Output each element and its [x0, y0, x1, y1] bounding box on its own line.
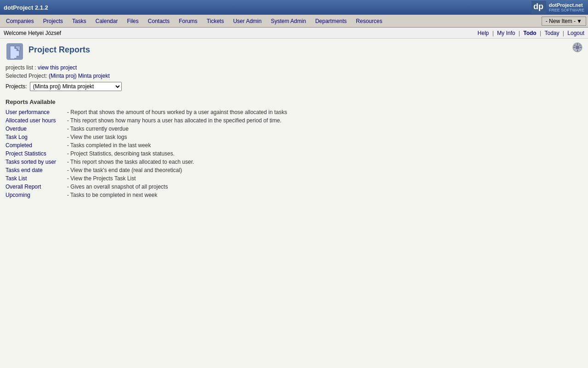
- report-link-task-log[interactable]: Task Log: [6, 134, 65, 140]
- report-desc-upcoming: - Tasks to be completed in next week: [65, 192, 158, 198]
- project-select[interactable]: (Minta proj) Minta projekt: [30, 82, 122, 91]
- projects-label: Projects:: [6, 83, 27, 90]
- report-row-overdue: Overdue - Tasks currently overdue: [6, 126, 582, 132]
- report-link-upcoming[interactable]: Upcoming: [6, 192, 65, 198]
- welcome-bar: Welcome Hetyei József Help | My Info | T…: [0, 28, 588, 39]
- report-desc-overdue: - Tasks currently overdue: [65, 126, 129, 132]
- header-bar: dotProject 2.1.2 dp dotProject.net FREE …: [0, 0, 588, 15]
- svg-rect-5: [577, 43, 578, 45]
- today-link[interactable]: Today: [544, 30, 559, 36]
- report-row-completed: Completed - Tasks completed in the last …: [6, 142, 582, 149]
- settings-icon-area: [572, 42, 582, 54]
- new-item-chevron-icon: ▼: [577, 18, 582, 24]
- report-link-overdue[interactable]: Overdue: [6, 126, 65, 132]
- app-title: dotProject 2.1.2: [4, 4, 48, 11]
- breadcrumb: projects list : view this project: [6, 64, 582, 71]
- logo-text: dotProject.net: [549, 2, 584, 8]
- todo-link[interactable]: Todo: [523, 30, 536, 36]
- my-info-link[interactable]: My Info: [497, 30, 515, 36]
- settings-icon[interactable]: [572, 42, 582, 52]
- report-link-allocated-user-hours[interactable]: Allocated user hours: [6, 117, 65, 124]
- reports-section: Reports Available User performance - Rep…: [6, 98, 582, 198]
- page-icon: [6, 42, 24, 61]
- nav-item-departments[interactable]: Departments: [311, 17, 351, 26]
- svg-rect-8: [580, 47, 582, 48]
- report-row-user-performance: User performance - Report that shows the…: [6, 109, 582, 115]
- nav-item-projects[interactable]: Projects: [39, 17, 67, 26]
- report-desc-user-performance: - Report that shows the amount of hours …: [65, 109, 287, 115]
- report-link-completed[interactable]: Completed: [6, 142, 65, 149]
- top-links: Help | My Info | Todo | Today | Logout: [478, 30, 584, 36]
- report-desc-overall-report: - Gives an overall snapshot of all proje…: [65, 184, 168, 190]
- report-link-overall-report[interactable]: Overall Report: [6, 184, 65, 190]
- logout-link[interactable]: Logout: [567, 30, 584, 36]
- nav-item-tasks[interactable]: Tasks: [68, 17, 90, 26]
- report-desc-project-statistics: - Project Statistics, describing task st…: [65, 150, 175, 157]
- report-link-user-performance[interactable]: User performance: [6, 109, 65, 115]
- nav-item-files[interactable]: Files: [123, 17, 142, 26]
- nav-item-resources[interactable]: Resources: [352, 17, 386, 26]
- report-row-overall-report: Overall Report - Gives an overall snapsh…: [6, 184, 582, 190]
- logo-icon: dp: [531, 1, 546, 14]
- report-row-task-log: Task Log - View the user task logs: [6, 134, 582, 140]
- svg-text:dp: dp: [533, 2, 543, 11]
- report-link-tasks-end-date[interactable]: Tasks end date: [6, 167, 65, 173]
- svg-point-4: [576, 46, 579, 49]
- svg-rect-6: [577, 50, 578, 52]
- help-link[interactable]: Help: [478, 30, 489, 36]
- sep4: |: [563, 30, 565, 36]
- nav-bar: Companies Projects Tasks Calendar Files …: [0, 15, 588, 28]
- welcome-text: Welcome Hetyei József: [4, 30, 61, 36]
- report-desc-tasks-sorted-by-user: - This report shows the tasks allocated …: [65, 159, 194, 165]
- sep1: |: [492, 30, 495, 36]
- nav-links: Companies Projects Tasks Calendar Files …: [2, 17, 386, 26]
- logo-subtext: FREE SOFTWARE: [549, 8, 584, 12]
- view-project-link[interactable]: view this project: [38, 64, 77, 71]
- report-desc-completed: - Tasks completed in the last week: [65, 142, 151, 149]
- nav-item-user-admin[interactable]: User Admin: [229, 17, 266, 26]
- report-desc-task-log: - View the user task logs: [65, 134, 127, 140]
- report-row-tasks-end-date: Tasks end date - View the task's end dat…: [6, 167, 582, 173]
- report-row-task-list: Task List - View the Projects Task List: [6, 175, 582, 182]
- new-item-button[interactable]: - New Item - ▼: [542, 17, 586, 26]
- report-row-allocated-user-hours: Allocated user hours - This report shows…: [6, 117, 582, 124]
- report-row-upcoming: Upcoming - Tasks to be completed in next…: [6, 192, 582, 198]
- breadcrumb-prefix: projects list :: [6, 64, 38, 71]
- nav-item-forums[interactable]: Forums: [175, 17, 202, 26]
- nav-item-calendar[interactable]: Calendar: [91, 17, 122, 26]
- sep2: |: [519, 30, 521, 36]
- report-link-project-statistics[interactable]: Project Statistics: [6, 150, 65, 157]
- report-row-project-statistics: Project Statistics - Project Statistics,…: [6, 150, 582, 157]
- report-desc-tasks-end-date: - View the task's end date (real and the…: [65, 167, 182, 173]
- project-select-row: Projects: (Minta proj) Minta projekt: [6, 82, 582, 91]
- logo-area: dp dotProject.net FREE SOFTWARE: [531, 1, 584, 14]
- page-header: Project Reports: [6, 42, 582, 61]
- svg-rect-7: [573, 47, 575, 48]
- new-item-label: - New Item -: [546, 18, 576, 24]
- nav-item-system-admin[interactable]: System Admin: [266, 17, 310, 26]
- report-desc-allocated-user-hours: - This report shows how many hours a use…: [65, 117, 282, 124]
- selected-project-link[interactable]: (Minta proj) Minta projekt: [49, 73, 110, 79]
- report-link-tasks-sorted-by-user[interactable]: Tasks sorted by user: [6, 159, 65, 165]
- selected-project-row: Selected Project: (Minta proj) Minta pro…: [6, 73, 582, 79]
- report-link-task-list[interactable]: Task List: [6, 175, 65, 182]
- sep3: |: [540, 30, 543, 36]
- reports-heading: Reports Available: [6, 98, 582, 105]
- nav-item-tickets[interactable]: Tickets: [203, 17, 228, 26]
- selected-prefix: Selected Project:: [6, 73, 49, 79]
- nav-item-contacts[interactable]: Contacts: [144, 17, 174, 26]
- nav-item-companies[interactable]: Companies: [2, 17, 38, 26]
- report-row-tasks-sorted-by-user: Tasks sorted by user - This report shows…: [6, 159, 582, 165]
- main-content: Project Reports projects list : view thi…: [0, 39, 588, 368]
- report-desc-task-list: - View the Projects Task List: [65, 175, 136, 182]
- page-title: Project Reports: [28, 42, 90, 55]
